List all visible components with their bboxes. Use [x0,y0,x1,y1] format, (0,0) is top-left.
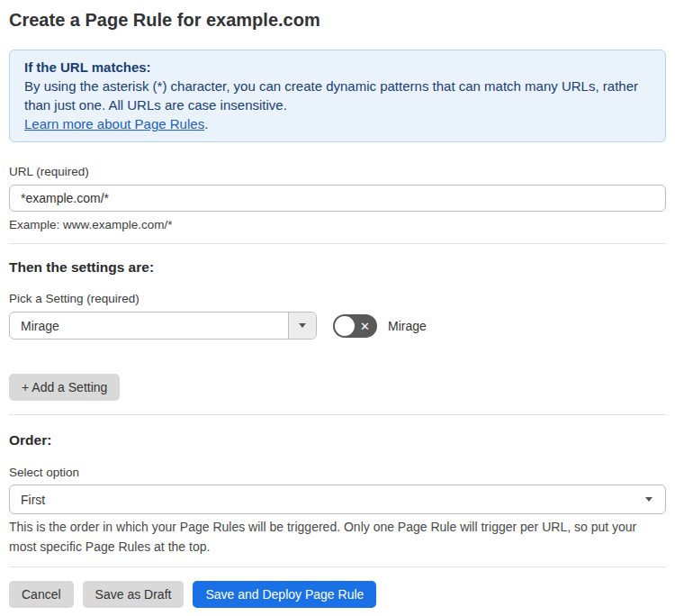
learn-more-link[interactable]: Learn more about Page Rules [24,116,204,131]
info-box-link-line: Learn more about Page Rules. [24,114,651,133]
cancel-button[interactable]: Cancel [9,581,74,608]
setting-select[interactable]: Mirage [9,312,317,340]
toggle-label: Mirage [388,319,427,333]
order-select-value: First [21,493,645,507]
info-box-heading: If the URL matches: [24,58,651,77]
add-setting-button[interactable]: + Add a Setting [9,374,120,401]
info-box-body: By using the asterisk (*) character, you… [24,77,651,114]
divider [9,566,666,567]
save-deploy-button[interactable]: Save and Deploy Page Rule [193,581,376,608]
page-title: Create a Page Rule for example.com [9,9,666,31]
order-help-text: This is the order in which your Page Rul… [9,518,666,557]
url-input[interactable] [9,185,666,212]
url-match-info-box: If the URL matches: By using the asteris… [9,50,666,142]
order-select[interactable]: First [9,485,666,514]
chevron-down-icon [645,497,652,502]
setting-row: Mirage ✕ Mirage [9,312,666,340]
order-section-heading: Order: [9,431,666,448]
save-draft-button[interactable]: Save as Draft [83,581,184,608]
link-period: . [204,116,208,131]
setting-select-value: Mirage [10,313,288,339]
toggle-off-x-icon: ✕ [360,320,370,331]
mirage-toggle[interactable]: ✕ [333,314,377,338]
divider [9,243,666,244]
url-label: URL (required) [9,165,666,179]
toggle-knob [335,316,355,336]
pick-setting-label: Pick a Setting (required) [9,292,666,306]
url-example-text: Example: www.example.com/* [9,218,666,232]
settings-section-heading: Then the settings are: [9,258,666,276]
page-rule-form: Create a Page Rule for example.com If th… [0,9,675,608]
footer-buttons: Cancel Save as Draft Save and Deploy Pag… [9,581,666,608]
setting-select-arrow-button[interactable] [288,313,316,339]
divider [9,414,666,415]
select-option-label: Select option [9,466,666,480]
chevron-down-icon [299,323,306,328]
